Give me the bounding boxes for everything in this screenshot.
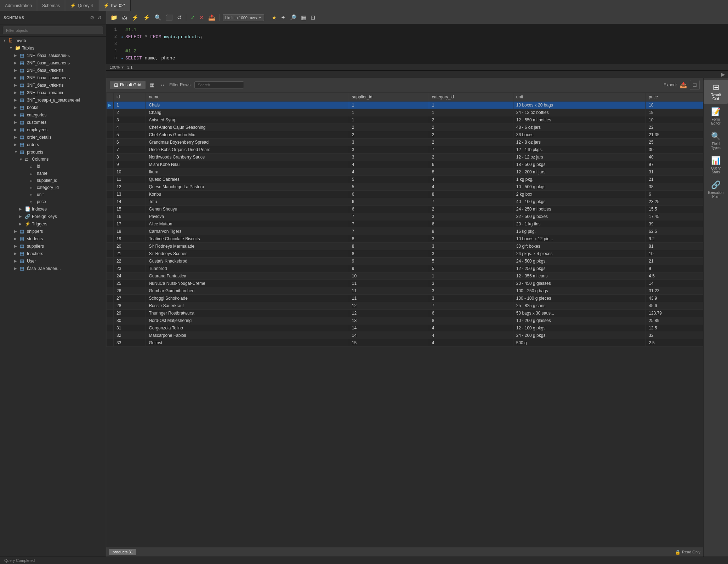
table-row[interactable]: 25NuNuCa Nuss-Nougat-Creme11320 - 450 g … bbox=[107, 280, 703, 287]
cell-unit-20[interactable]: 24 pkgs. x 4 pieces bbox=[513, 250, 646, 258]
tree-item-products_triggers[interactable]: ▶⚡Triggers bbox=[0, 220, 106, 228]
cell-supplier_id-5[interactable]: 3 bbox=[349, 139, 429, 146]
tree-item-tbl4[interactable]: ▶▤3NF_база_замовлень bbox=[0, 74, 106, 81]
tree-item-col_name[interactable]: ◇name bbox=[0, 170, 106, 177]
cell-unit-3[interactable]: 48 - 6 oz jars bbox=[513, 124, 646, 131]
cell-price-26[interactable]: 43.9 bbox=[646, 295, 703, 302]
refresh-btn[interactable]: ↺ bbox=[176, 13, 183, 22]
cell-price-1[interactable]: 19 bbox=[646, 109, 703, 116]
cell-price-22[interactable]: 9 bbox=[646, 265, 703, 272]
cell-price-0[interactable]: 18 bbox=[646, 102, 703, 109]
cell-supplier_id-0[interactable]: 1 bbox=[349, 102, 429, 109]
cell-id-22[interactable]: 23 bbox=[114, 265, 146, 272]
cell-price-14[interactable]: 15.5 bbox=[646, 206, 703, 213]
cell-supplier_id-32[interactable]: 15 bbox=[349, 339, 429, 347]
cell-unit-8[interactable]: 18 - 500 g pkgs. bbox=[513, 161, 646, 168]
schema-inspector-btn[interactable]: ⊡ bbox=[309, 13, 317, 22]
tree-item-tbl5[interactable]: ▶▤3NF_база_клієнтів bbox=[0, 81, 106, 89]
cell-category_id-15[interactable]: 3 bbox=[429, 213, 513, 220]
line-content-5[interactable]: SELECT name, phone bbox=[124, 56, 728, 61]
cell-supplier_id-21[interactable]: 9 bbox=[349, 258, 429, 265]
table-row[interactable]: 4Chef Antons Cajun Seasoning2248 - 6 oz … bbox=[107, 124, 703, 131]
cell-name-10[interactable]: Queso Cabrales bbox=[146, 176, 349, 183]
cell-supplier_id-4[interactable]: 2 bbox=[349, 131, 429, 139]
rp-query-stats-btn[interactable]: 📊 Query Stats bbox=[704, 153, 728, 177]
tree-item-tables[interactable]: ▼📁Tables bbox=[0, 44, 106, 52]
line-content-1[interactable]: #1.1 bbox=[124, 27, 728, 33]
cell-category_id-11[interactable]: 4 bbox=[429, 183, 513, 191]
cell-id-18[interactable]: 19 bbox=[114, 235, 146, 243]
cell-name-11[interactable]: Queso Manchego La Pastora bbox=[146, 183, 349, 191]
cell-id-9[interactable]: 10 bbox=[114, 168, 146, 176]
cell-category_id-21[interactable]: 5 bbox=[429, 258, 513, 265]
cell-name-17[interactable]: Carnarvon Tigers bbox=[146, 228, 349, 235]
cell-price-8[interactable]: 97 bbox=[646, 161, 703, 168]
cell-unit-27[interactable]: 25 - 825 g cans bbox=[513, 302, 646, 310]
tree-item-tbl_order_details[interactable]: ▶▤order_details bbox=[0, 133, 106, 141]
rp-field-types-btn[interactable]: 🔍 Field Types bbox=[704, 129, 728, 152]
cell-name-9[interactable]: Ikura bbox=[146, 168, 349, 176]
cell-name-21[interactable]: Gustafs Knackebrod bbox=[146, 258, 349, 265]
cell-name-6[interactable]: Uncle Bobs Organic Dried Pears bbox=[146, 146, 349, 154]
cell-name-19[interactable]: Sir Rodneys Marmalade bbox=[146, 243, 349, 250]
cell-name-28[interactable]: Thuringer Rostbratwurst bbox=[146, 310, 349, 317]
cell-id-11[interactable]: 12 bbox=[114, 183, 146, 191]
cell-category_id-2[interactable]: 2 bbox=[429, 116, 513, 124]
cell-unit-5[interactable]: 12 - 8 oz jars bbox=[513, 139, 646, 146]
execute-btn[interactable]: ⚡ bbox=[130, 13, 140, 22]
tab-hw02[interactable]: ⚡ hw_02* bbox=[98, 0, 131, 11]
cell-category_id-10[interactable]: 4 bbox=[429, 176, 513, 183]
table-row[interactable]: 21Sir Rodneys Scones8324 pkgs. x 4 piece… bbox=[107, 250, 703, 258]
table-row[interactable]: 22Gustafs Knackebrod9524 - 500 g pkgs.21 bbox=[107, 258, 703, 265]
cell-id-7[interactable]: 8 bbox=[114, 154, 146, 161]
cell-unit-13[interactable]: 40 - 100 g pkgs. bbox=[513, 198, 646, 206]
cell-unit-14[interactable]: 24 - 250 ml bottles bbox=[513, 206, 646, 213]
bookmark-btn[interactable]: ★ bbox=[270, 13, 278, 22]
col-header-name[interactable]: name bbox=[146, 93, 349, 102]
cell-unit-4[interactable]: 36 boxes bbox=[513, 131, 646, 139]
cell-category_id-24[interactable]: 3 bbox=[429, 280, 513, 287]
cell-id-25[interactable]: 26 bbox=[114, 287, 146, 295]
cell-id-15[interactable]: 16 bbox=[114, 213, 146, 220]
cell-id-0[interactable]: 1 bbox=[114, 102, 146, 109]
cell-supplier_id-9[interactable]: 4 bbox=[349, 168, 429, 176]
cell-unit-29[interactable]: 10 - 200 g glasses bbox=[513, 317, 646, 324]
cell-category_id-23[interactable]: 1 bbox=[429, 272, 513, 280]
create-schema-btn[interactable]: 🗂 bbox=[120, 14, 129, 22]
table-row[interactable]: 17Alice Mutton7620 - 1 kg tins39 bbox=[107, 220, 703, 228]
cell-id-10[interactable]: 11 bbox=[114, 176, 146, 183]
tree-item-tbl_base[interactable]: ▶▤база_замовлен... bbox=[0, 265, 106, 272]
table-row[interactable]: 31Gorgonzola Telino14412 - 100 g pkgs12.… bbox=[107, 324, 703, 332]
open-folder-btn[interactable]: 📁 bbox=[109, 13, 119, 22]
table-row[interactable]: 14Tofu6740 - 100 g pkgs.23.25 bbox=[107, 198, 703, 206]
cell-price-11[interactable]: 38 bbox=[646, 183, 703, 191]
cell-category_id-12[interactable]: 8 bbox=[429, 191, 513, 198]
cell-supplier_id-22[interactable]: 9 bbox=[349, 265, 429, 272]
zoom-down-btn[interactable]: ▼ bbox=[121, 65, 124, 69]
cell-price-27[interactable]: 45.6 bbox=[646, 302, 703, 310]
cell-price-4[interactable]: 21.35 bbox=[646, 131, 703, 139]
table-row[interactable]: 26Gumbar Gummibarchen113100 - 250 g bags… bbox=[107, 287, 703, 295]
snippets-btn[interactable]: ✦ bbox=[279, 13, 287, 22]
cell-supplier_id-31[interactable]: 14 bbox=[349, 332, 429, 339]
cell-supplier_id-10[interactable]: 5 bbox=[349, 176, 429, 183]
result-search-input[interactable] bbox=[194, 81, 244, 88]
cell-supplier_id-3[interactable]: 2 bbox=[349, 124, 429, 131]
cell-category_id-3[interactable]: 2 bbox=[429, 124, 513, 131]
table-row[interactable]: 23Tunnbrod9512 - 250 g pkgs.9 bbox=[107, 265, 703, 272]
cell-category_id-0[interactable]: 1 bbox=[429, 102, 513, 109]
table-row[interactable]: 3Aniseed Syrup1212 - 550 ml bottles10 bbox=[107, 116, 703, 124]
cell-id-8[interactable]: 9 bbox=[114, 161, 146, 168]
result-expand-btn[interactable]: □ bbox=[690, 80, 700, 90]
editor-line-3[interactable]: 3 bbox=[106, 40, 728, 47]
cell-price-13[interactable]: 23.25 bbox=[646, 198, 703, 206]
tree-item-col_category_id[interactable]: ◇category_id bbox=[0, 184, 106, 191]
cell-supplier_id-7[interactable]: 3 bbox=[349, 154, 429, 161]
cell-category_id-8[interactable]: 6 bbox=[429, 161, 513, 168]
cell-name-25[interactable]: Gumbar Gummibarchen bbox=[146, 287, 349, 295]
cell-price-15[interactable]: 17.45 bbox=[646, 213, 703, 220]
tab-administration[interactable]: Administration bbox=[0, 0, 37, 11]
cell-id-32[interactable]: 33 bbox=[114, 339, 146, 347]
cell-category_id-16[interactable]: 6 bbox=[429, 220, 513, 228]
cell-id-14[interactable]: 15 bbox=[114, 206, 146, 213]
